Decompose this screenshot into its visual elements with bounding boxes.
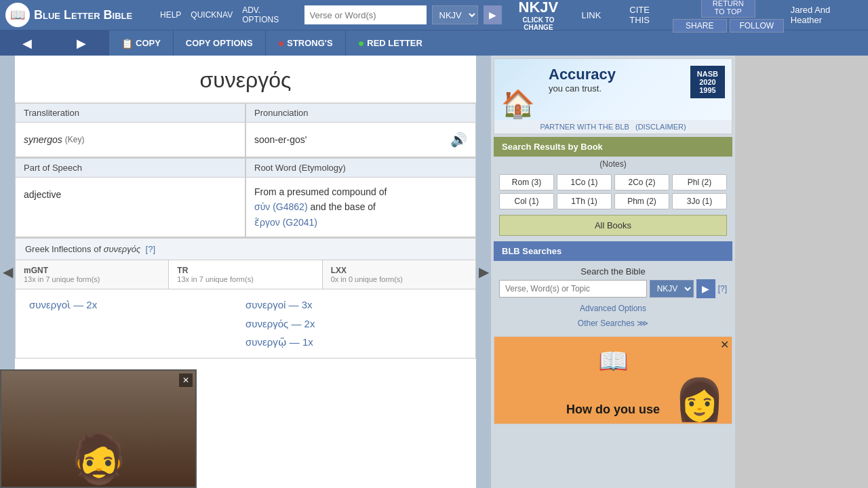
search-go-button[interactable]: ▶ [484,5,502,24]
book-btn-1co[interactable]: 1Co (1) [557,174,612,190]
tab-lxx[interactable]: LXX 0x in 0 unique form(s) [323,260,475,289]
transliteration-key: (Key) [65,135,85,144]
share-button[interactable]: SHARE [673,19,727,33]
ad-banner-image: 🏠 Accuracy you can trust. NASB 2020 1995 [494,59,732,120]
etymology-link1[interactable]: σύν (G4862) [254,201,308,212]
etymology-mid: and the base of [310,201,376,212]
book-btn-3jo[interactable]: 3Jo (1) [672,193,727,209]
tab-tr[interactable]: TR 13x in 7 unique form(s) [169,260,322,289]
form-3: συνεργός — 2x [245,318,462,329]
right-sidebar: ✕ 🏠 Accuracy you can trust. NASB 2020 19… [491,56,735,488]
cite-button[interactable]: CITE THIS [613,2,665,28]
inflections-header: Greek Inflections of συνεργός [?] [16,239,475,260]
audio-button[interactable]: 🔊 [450,131,467,148]
transliteration-header: Transliteration [16,104,245,123]
results-section: Search Results by Book (Notes) Rom (3) 1… [494,137,732,236]
search-help-link[interactable]: [?] [718,284,727,293]
searches-header: BLB Searches [494,241,732,261]
click-to-change: CLICK TO CHANGE [507,16,569,31]
form-4: συνεργῷ — 1x [245,336,462,348]
video-inner: 🧔 [1,371,195,487]
advanced-options-link[interactable]: Advanced Options [494,301,732,316]
form-3-link[interactable]: συνεργός — 2x [245,318,315,329]
right-nav-arrow[interactable]: ▶ [476,56,491,488]
book-btn-2co[interactable]: 2Co (2) [614,174,669,190]
inflections-body: συνεργοὶ — 2x συνεργοί — 3x συνεργός — 2… [16,289,475,358]
form-2: συνεργοί — 3x [245,299,462,311]
part-of-speech-value: adjective [24,189,61,200]
site-logo[interactable]: 📖 Blue Letter Bible [5,3,155,27]
pos-etymology-grid: Part of Speech adjective Root Word (Etym… [15,158,476,238]
etymology-prefix: From a presumed compound of [254,186,387,197]
form-2-link[interactable]: συνεργοί — 3x [245,299,313,310]
trans-pron-grid: Transliteration synergos (Key) Pronuncia… [15,103,476,158]
form-1: συνεργοὶ — 2x [29,299,245,311]
help-link[interactable]: HELP [160,10,181,20]
all-books-button[interactable]: All Books [499,215,727,236]
etymology-body: From a presumed compound of σύν (G4862) … [246,178,475,237]
toolbar: ◀ ▶ 📋 COPY COPY OPTIONS ● STRONG'S ● RED… [0,30,868,56]
version-select[interactable]: NKJV KJV ESV [432,5,478,24]
bottom-ad: ✕ 📖 How do you use 👩 [494,336,732,424]
etymology-cell: Root Word (Etymology) From a presumed co… [245,158,476,237]
bottom-ad-person-icon: 👩 [674,375,725,424]
bible-search-input[interactable] [499,280,647,298]
inflections-help-link[interactable]: [?] [146,244,155,254]
video-close-button[interactable]: ✕ [179,373,193,387]
top-nav-right: NKJV CLICK TO CHANGE LINK CITE THIS RETU… [507,0,863,33]
red-letter-dot-icon: ● [358,37,365,49]
transliteration-value: synergos [24,134,62,145]
results-header: Search Results by Book [494,137,732,157]
inflections-tabs: mGNT 13x in 7 unique form(s) TR 13x in 7… [16,260,475,289]
searches-section: BLB Searches Search the Bible NKJV KJV ▶… [494,241,732,333]
results-notes: (Notes) [494,157,732,171]
logo-icon: 📖 [5,3,30,27]
ad-trust-text: you can trust. [549,83,616,94]
share-follow-group: RETURN TO TOP SHARE FOLLOW [673,0,784,33]
book-btn-phl[interactable]: Phl (2) [672,174,727,190]
book-btn-phm[interactable]: Phm (2) [614,193,669,209]
form-1-link[interactable]: συνεργοὶ — 2x [29,299,97,310]
user-name: Jared And Heather [791,5,863,25]
ad-footer: PARTNER WITH THE BLB (DISCLAIMER) [494,120,732,134]
disclaimer-link[interactable]: (DISCLAIMER) [635,123,686,131]
etymology-link2[interactable]: ἔργον (G2041) [254,217,317,228]
copy-button[interactable]: 📋 COPY [108,30,173,56]
nasb-logo: NASB 2020 1995 [690,66,725,98]
follow-button[interactable]: FOLLOW [730,19,784,33]
copy-icon: 📋 [121,38,133,49]
top-navigation: 📖 Blue Letter Bible HELP QUICKNAV ADV. O… [0,0,868,30]
nkjv-badge[interactable]: NKJV CLICK TO CHANGE [507,0,569,31]
return-to-top-button[interactable]: RETURN TO TOP [701,0,755,18]
nkjv-label: NKJV [507,0,569,16]
book-btn-rom[interactable]: Rom (3) [499,174,554,190]
video-overlay: 🧔 ✕ [0,369,197,488]
red-letter-button[interactable]: ● RED LETTER [345,30,435,56]
prev-button[interactable]: ◀ [0,30,54,56]
etymology-header: Root Word (Etymology) [246,159,475,178]
link-button[interactable]: LINK [576,7,607,23]
search-version-select[interactable]: NKJV KJV [650,280,694,298]
transliteration-cell: Transliteration synergos (Key) [15,103,245,157]
search-row: NKJV KJV ▶ [?] [494,279,732,301]
copy-options-button[interactable]: COPY OPTIONS [173,30,265,56]
book-btn-1th[interactable]: 1Th (1) [557,193,612,209]
transliteration-body: synergos (Key) [16,123,245,157]
adv-options-link[interactable]: ADV. OPTIONS [242,5,298,24]
search-go-button-sidebar[interactable]: ▶ [696,279,715,298]
tab-mgnt[interactable]: mGNT 13x in 7 unique form(s) [16,260,169,289]
main-search-input[interactable] [304,5,427,24]
bottom-ad-close-button[interactable]: ✕ [720,338,729,351]
book-btn-col[interactable]: Col (1) [499,193,554,209]
inflections-section: Greek Inflections of συνεργός [?] mGNT 1… [15,238,476,359]
other-searches-link[interactable]: Other Searches ⋙ [494,316,732,333]
next-button[interactable]: ▶ [54,30,108,56]
quicknav-link[interactable]: QUICKNAV [191,10,233,20]
site-name: Blue Letter Bible [34,8,132,22]
pronunciation-value: soon-er-gos' [254,134,307,145]
form-4-link[interactable]: συνεργῷ — 1x [245,336,313,348]
partner-link[interactable]: PARTNER WITH THE BLB [540,123,629,131]
greek-word-title: συνεργός [15,56,476,103]
part-of-speech-cell: Part of Speech adjective [15,158,245,237]
strongs-button[interactable]: ● STRONG'S [265,30,345,56]
